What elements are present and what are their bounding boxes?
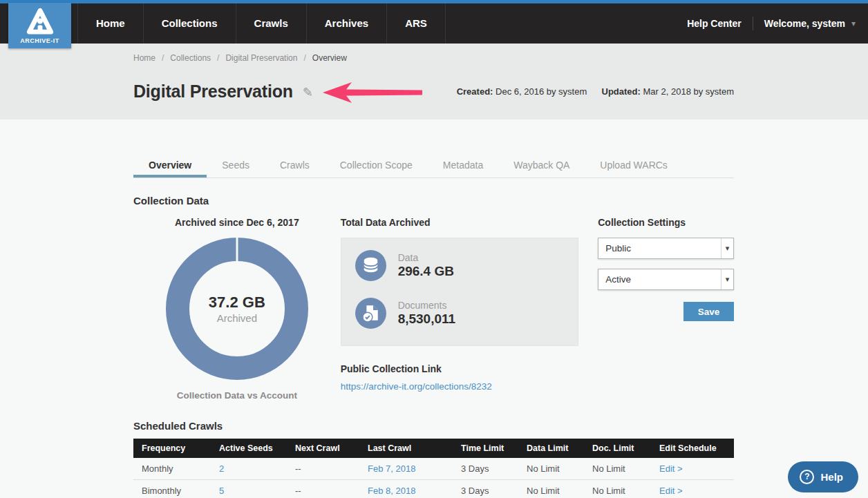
updated-label: Updated: xyxy=(602,86,641,97)
nav-item-archives[interactable]: Archives xyxy=(306,3,386,44)
col-header-last-crawl: Last Crawl xyxy=(359,439,453,458)
cell-data-limit: No Limit xyxy=(518,480,584,498)
breadcrumb: Home / Collections / Digital Preservatio… xyxy=(133,53,734,63)
col-header-active-seeds: Active Seeds xyxy=(211,439,287,458)
breadcrumb-home[interactable]: Home xyxy=(133,53,155,63)
archive-it-logo[interactable]: ARCHIVE-IT xyxy=(8,3,71,48)
main-nav: Home Collections Crawls Archives ARS xyxy=(77,3,446,44)
page-header-band: Home / Collections / Digital Preservatio… xyxy=(0,44,868,119)
edit-title-pencil-icon[interactable]: ✎ xyxy=(303,85,313,100)
data-stat-label: Data xyxy=(398,252,454,263)
donut-chart: 37.2 GB Archived xyxy=(166,238,308,380)
tab-seeds[interactable]: Seeds xyxy=(207,154,265,178)
status-select[interactable]: Active ▾ xyxy=(598,269,734,290)
active-seeds-link[interactable]: 5 xyxy=(219,486,224,496)
tab-upload-warcs[interactable]: Upload WARCs xyxy=(585,154,683,178)
archive-it-logo-text: ARCHIVE-IT xyxy=(20,37,59,44)
cell-data-limit: No Limit xyxy=(518,458,584,480)
nav-right-section: Help Center Welcome, system ▾ xyxy=(687,3,868,44)
donut-title: Archived since Dec 6, 2017 xyxy=(133,217,341,228)
documents-stat-value: 8,530,011 xyxy=(398,312,455,327)
tab-wayback-qa[interactable]: Wayback QA xyxy=(498,154,585,178)
created-value: Dec 6, 2016 by system xyxy=(496,86,587,97)
donut-center-label: Archived xyxy=(217,312,257,324)
cell-frequency: Bimonthly xyxy=(133,480,211,498)
settings-column: Collection Settings Public ▾ Active ▾ Sa… xyxy=(598,217,734,401)
help-button[interactable]: ? Help xyxy=(788,461,858,492)
caret-down-icon: ▾ xyxy=(721,238,733,258)
donut-center-value: 37.2 GB xyxy=(209,294,265,312)
question-icon: ? xyxy=(800,470,814,484)
table-row: Monthly 2 -- Feb 7, 2018 3 Days No Limit… xyxy=(133,458,734,480)
tab-crawls[interactable]: Crawls xyxy=(265,154,325,178)
donut-center: 37.2 GB Archived xyxy=(166,238,308,380)
donut-caption: Collection Data vs Account xyxy=(133,390,341,401)
documents-stat-row: Documents 8,530,011 xyxy=(355,298,565,329)
tab-collection-scope[interactable]: Collection Scope xyxy=(325,154,428,178)
collection-settings-heading: Collection Settings xyxy=(598,217,734,228)
tab-bar: Overview Seeds Crawls Collection Scope M… xyxy=(133,154,734,178)
col-header-next-crawl: Next Crawl xyxy=(287,439,359,458)
public-link-heading: Public Collection Link xyxy=(341,363,579,374)
nav-item-ars[interactable]: ARS xyxy=(386,3,446,44)
title-row: Digital Preservation ✎ Created: Dec 6, 2… xyxy=(133,79,734,103)
edit-schedule-link[interactable]: Edit > xyxy=(659,463,683,474)
tab-overview[interactable]: Overview xyxy=(133,154,207,178)
cell-doc-limit: No Limit xyxy=(584,480,651,498)
visibility-select[interactable]: Public ▾ xyxy=(598,238,734,259)
donut-column: Archived since Dec 6, 2017 37.2 GB Archi… xyxy=(133,217,341,401)
main-content: Overview Seeds Crawls Collection Scope M… xyxy=(133,154,734,498)
collection-data-columns: Archived since Dec 6, 2017 37.2 GB Archi… xyxy=(133,217,734,401)
data-stat-value: 296.4 GB xyxy=(398,264,454,279)
user-menu[interactable]: Welcome, system ▾ xyxy=(764,18,856,29)
edit-schedule-link[interactable]: Edit > xyxy=(659,486,683,496)
documents-stat-label: Documents xyxy=(398,300,455,311)
col-header-edit-schedule: Edit Schedule xyxy=(651,439,734,458)
table-row: Bimonthly 5 -- Feb 8, 2018 3 Days No Lim… xyxy=(133,480,734,498)
visibility-select-value: Public xyxy=(598,243,721,253)
last-crawl-link[interactable]: Feb 8, 2018 xyxy=(368,486,415,496)
breadcrumb-current: Overview xyxy=(312,53,347,63)
top-navbar: ARCHIVE-IT Home Collections Crawls Archi… xyxy=(0,3,868,44)
breadcrumb-collections[interactable]: Collections xyxy=(170,53,211,63)
total-data-heading: Total Data Archived xyxy=(341,217,579,228)
cell-frequency: Monthly xyxy=(133,458,211,480)
breadcrumb-separator: / xyxy=(217,53,219,63)
breadcrumb-separator: / xyxy=(303,53,305,63)
page-title: Digital Preservation xyxy=(133,82,293,102)
updated-value: Mar 2, 2018 by system xyxy=(643,86,735,97)
nav-divider xyxy=(753,17,753,30)
help-center-link[interactable]: Help Center xyxy=(687,18,742,29)
breadcrumb-separator: / xyxy=(162,53,164,63)
cell-time-limit: 3 Days xyxy=(453,458,518,480)
cell-next-crawl: -- xyxy=(287,480,359,498)
nav-item-crawls[interactable]: Crawls xyxy=(236,3,306,44)
nav-item-collections[interactable]: Collections xyxy=(143,3,236,44)
col-header-data-limit: Data Limit xyxy=(518,439,584,458)
cell-doc-limit: No Limit xyxy=(584,458,651,480)
nav-item-home[interactable]: Home xyxy=(77,3,143,44)
scheduled-crawls-heading: Scheduled Crawls xyxy=(133,420,734,432)
table-header-row: Frequency Active Seeds Next Crawl Last C… xyxy=(133,439,734,458)
document-check-icon xyxy=(355,298,386,329)
database-icon xyxy=(355,250,386,281)
tab-metadata[interactable]: Metadata xyxy=(428,154,498,178)
archive-it-logo-icon xyxy=(24,6,56,37)
scheduled-crawls-table: Frequency Active Seeds Next Crawl Last C… xyxy=(133,439,734,498)
cell-time-limit: 3 Days xyxy=(453,480,518,498)
created-label: Created: xyxy=(457,86,493,97)
public-collection-link[interactable]: https://archive-it.org/collections/8232 xyxy=(341,381,492,392)
breadcrumb-collection-name[interactable]: Digital Preservation xyxy=(225,53,297,63)
last-crawl-link[interactable]: Feb 7, 2018 xyxy=(368,463,415,474)
collection-meta: Created: Dec 6, 2016 by system Updated: … xyxy=(457,86,734,97)
col-header-doc-limit: Doc. Limit xyxy=(584,439,651,458)
data-stat-row: Data 296.4 GB xyxy=(355,250,565,281)
caret-down-icon: ▾ xyxy=(851,19,856,28)
data-stat-text: Data 296.4 GB xyxy=(398,252,454,279)
active-seeds-link[interactable]: 2 xyxy=(219,463,224,474)
user-menu-label: Welcome, system xyxy=(764,18,845,29)
status-select-value: Active xyxy=(598,274,721,285)
collection-data-heading: Collection Data xyxy=(133,195,734,207)
save-button[interactable]: Save xyxy=(683,302,734,321)
annotation-arrow xyxy=(321,81,424,104)
